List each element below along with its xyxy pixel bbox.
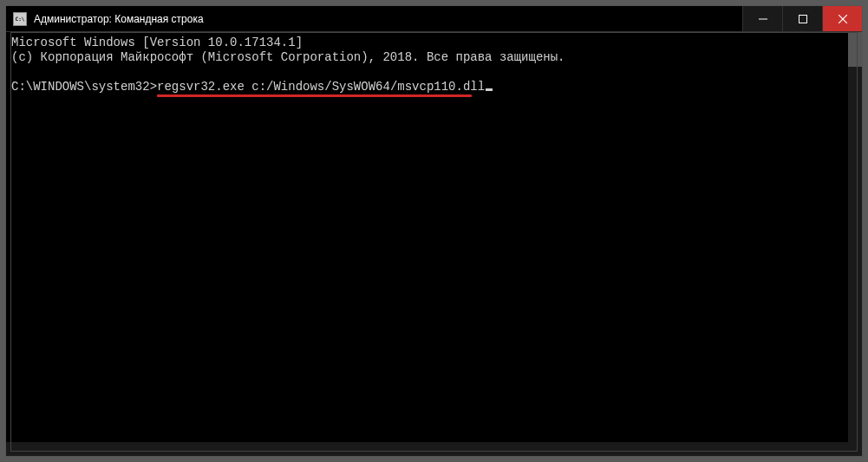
cmd-icon: C:\ [13,12,27,26]
text-cursor [486,88,493,91]
scroll-thumb[interactable] [848,32,862,67]
horizontal-scrollbar[interactable] [6,442,862,456]
window-controls [742,6,862,31]
terminal-output[interactable]: Microsoft Windows [Version 10.0.17134.1]… [6,32,848,442]
cmd-icon-label: C:\ [16,16,25,22]
highlight-underline [157,94,472,97]
vertical-scrollbar[interactable] [848,32,862,442]
maximize-button[interactable] [782,6,822,31]
version-line: Microsoft Windows [Version 10.0.17134.1] [11,36,303,49]
command-prompt-window: C:\ Администратор: Командная строка Micr… [5,5,863,457]
close-button[interactable] [822,6,862,31]
terminal-content-area[interactable]: Microsoft Windows [Version 10.0.17134.1]… [6,32,862,456]
copyright-line: (c) Корпорация Майкрософт (Microsoft Cor… [11,50,565,64]
titlebar[interactable]: C:\ Администратор: Командная строка [6,6,862,32]
window-title: Администратор: Командная строка [34,13,742,25]
svg-rect-1 [799,15,806,23]
prompt-prefix: C:\WINDOWS\system32> [11,80,157,94]
command-text: regsvr32.exe c:/Windows/SysWOW64/msvcp11… [157,80,493,94]
minimize-button[interactable] [742,6,782,31]
